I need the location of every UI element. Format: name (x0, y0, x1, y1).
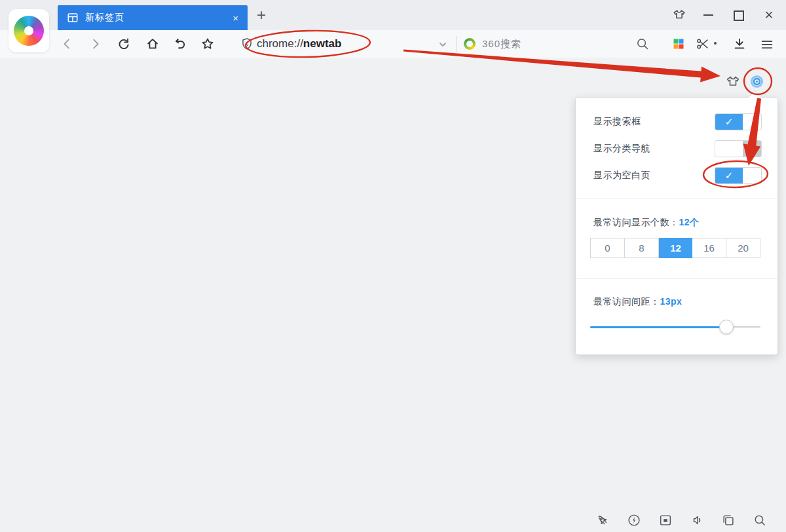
spacing-slider[interactable] (590, 319, 760, 335)
count-option-0[interactable]: 0 (591, 238, 625, 257)
minimize-button[interactable] (703, 14, 713, 16)
count-option-12-selected[interactable]: 12 (659, 238, 692, 258)
count-option-8[interactable]: 8 (625, 238, 659, 257)
slider-fill (590, 326, 726, 328)
newtab-favicon-icon (67, 12, 79, 24)
page-skin-icon[interactable] (725, 75, 741, 88)
site-shield-icon[interactable] (240, 37, 254, 51)
tab-title: 新标签页 (85, 12, 124, 24)
forward-icon[interactable] (88, 37, 102, 51)
url-host: newtab (303, 37, 342, 50)
tab-new-tab-page[interactable]: 新标签页 × (58, 5, 248, 30)
undo-icon[interactable] (173, 37, 187, 51)
mini-window-icon[interactable] (658, 513, 673, 527)
popup-divider (576, 278, 777, 279)
count-segmented-control: 0 8 12 16 20 (590, 238, 760, 258)
scissors-menu-dot-icon[interactable] (714, 42, 717, 45)
pinwheel-logo-icon (14, 16, 44, 46)
search-engine-label[interactable]: 360搜索 (482, 30, 521, 58)
refresh-icon[interactable] (117, 37, 131, 51)
volume-icon[interactable] (690, 513, 704, 527)
spacing-value: 13px (660, 296, 683, 307)
search-engine-360-icon[interactable] (464, 38, 476, 50)
toolbar-divider (456, 36, 457, 52)
multi-window-icon[interactable] (721, 513, 736, 527)
toggle-off-thumb (743, 141, 761, 157)
boost-rocket-icon[interactable] (595, 513, 610, 527)
tab-close-icon[interactable]: × (233, 12, 238, 24)
spacing-label: 最常访问间距：13px (593, 296, 682, 308)
check-icon: ✓ (715, 168, 743, 183)
search-icon[interactable] (635, 37, 650, 51)
toggle-label-show-blank-page: 显示为空白页 (593, 170, 650, 181)
url-scheme: chrome:// (257, 37, 303, 50)
menu-hamburger-icon[interactable] (760, 37, 774, 52)
toggle-show-blank-page[interactable]: ✓ (715, 167, 762, 184)
toggle-show-category-nav[interactable] (715, 140, 762, 157)
url-dropdown-chevron-icon[interactable] (438, 39, 448, 50)
download-icon[interactable] (732, 37, 747, 51)
browser-window: 新标签页 × + × (0, 0, 786, 532)
most-visited-count-value: 12个 (679, 217, 700, 227)
count-option-20[interactable]: 20 (726, 238, 760, 257)
check-icon: ✓ (715, 114, 743, 130)
browser-logo (9, 9, 49, 52)
address-bar[interactable]: chrome://newtab (257, 30, 341, 58)
favorite-star-icon[interactable] (200, 37, 215, 51)
count-option-16[interactable]: 16 (692, 238, 726, 257)
apps-grid-icon[interactable] (672, 37, 686, 52)
close-window-button[interactable]: × (761, 7, 777, 24)
maximize-button[interactable] (734, 10, 744, 21)
speed-mode-flash-icon[interactable] (627, 513, 641, 527)
most-visited-count-label: 最常访问显示个数：12个 (593, 217, 700, 229)
zoom-search-icon[interactable] (753, 513, 767, 527)
popup-divider (576, 199, 777, 199)
page-settings-gear-icon[interactable] (749, 74, 764, 89)
home-icon[interactable] (145, 37, 160, 51)
screenshot-scissors-icon[interactable] (696, 37, 710, 51)
new-tab-button[interactable]: + (253, 7, 270, 24)
skin-theme-icon[interactable] (672, 9, 686, 22)
back-icon[interactable] (60, 37, 75, 51)
newtab-settings-popup: 显示搜索框 ✓ 显示分类导航 显示为空白页 ✓ 最常访问显示个数：12个 0 8… (575, 97, 778, 355)
slider-thumb[interactable] (719, 320, 734, 334)
toggle-label-show-category-nav: 显示分类导航 (593, 143, 650, 155)
toggle-label-show-search-box: 显示搜索框 (593, 116, 641, 128)
toggle-show-search-box[interactable]: ✓ (715, 113, 762, 130)
